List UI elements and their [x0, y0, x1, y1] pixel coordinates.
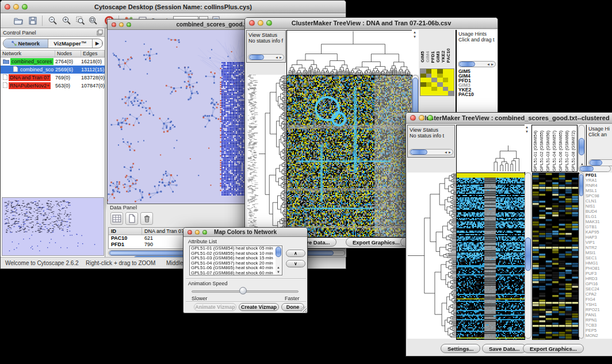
gene-label: CLN1 — [586, 198, 607, 204]
heatmap-cell — [448, 87, 454, 91]
heatmap-cell — [420, 91, 426, 95]
detail-column-label: PAC10 — [446, 48, 451, 63]
genelist-vscrollbar[interactable] — [579, 173, 584, 339]
file-icon — [13, 66, 18, 73]
attribute-grid-icon[interactable] — [110, 212, 123, 225]
attribute-list[interactable]: GPL51-01 (GSM854) heat shock 05 minGPL51… — [189, 246, 282, 275]
heatmap-cell — [443, 82, 449, 87]
zoom-button[interactable] — [427, 115, 433, 121]
minimize-button[interactable] — [419, 115, 424, 121]
treeview-button-settings[interactable]: Settings... — [441, 344, 480, 353]
detail-column-labels: GIM5GIM4PFD1GIM3YKE2PAC10 — [420, 31, 454, 63]
heatmap-cell — [443, 74, 449, 78]
folder-icon — [3, 59, 9, 65]
tab-overflow-arrow[interactable]: ▶ — [93, 39, 102, 48]
treeview2-window: ClusterMaker TreeView : combined_scores_… — [406, 112, 612, 357]
spinner-strip: ▲▼ — [412, 30, 419, 75]
animation-speed-slider-thumb[interactable] — [239, 287, 247, 294]
minimize-button[interactable] — [13, 4, 19, 10]
gene-label: NTR2 — [586, 245, 607, 250]
network-row[interactable]: combined_scores2764(0)16218(0) — [1, 58, 105, 66]
column-dendrogram[interactable] — [456, 125, 525, 173]
heatmap-cell — [448, 69, 454, 74]
network-row[interactable]: RNAPuberNov2+563(0)107847(0) — [1, 82, 105, 90]
detail-column-label: GPL51-03 (GSM856) — [545, 131, 551, 171]
zoom-out-icon[interactable] — [48, 16, 58, 26]
close-button[interactable] — [112, 22, 116, 27]
treeview-button-export-graphics[interactable]: Export Graphics... — [523, 344, 584, 353]
view-status-hscrollbar[interactable]: ◄► — [248, 54, 284, 60]
treeview-button-export-graphics[interactable]: Export Graphics... — [346, 237, 407, 247]
zoom-button[interactable] — [22, 4, 28, 10]
gene-label: HAP3 — [586, 235, 607, 240]
network-nodes: 563(0) — [55, 83, 81, 89]
zoom-button[interactable] — [127, 22, 131, 27]
detail-heatmap[interactable] — [532, 173, 579, 340]
zoom-in-icon[interactable] — [62, 16, 72, 26]
birdseye-view[interactable] — [2, 197, 104, 256]
network-row[interactable]: combined_sco2569(6)13112(15) — [1, 66, 105, 74]
tab-network[interactable]: Network — [3, 39, 48, 48]
zoom-button[interactable] — [202, 230, 207, 235]
global-heatmap[interactable] — [286, 75, 412, 237]
treeview2-titlebar[interactable]: ClusterMaker TreeView : combined_scores_… — [406, 113, 612, 124]
minimize-button[interactable] — [195, 230, 200, 235]
genelist-hscrollbar[interactable] — [579, 166, 611, 172]
close-button[interactable] — [249, 20, 255, 26]
network-row[interactable]: DNA and Tran 07769(0)183728(0) — [1, 74, 105, 82]
move-down-button[interactable]: ∨ — [286, 260, 305, 267]
control-panel-tabs: Network VizMapper™ ▶ — [3, 39, 103, 48]
resize-grip[interactable] — [301, 306, 307, 312]
float-panel-icon[interactable] — [97, 29, 103, 37]
control-panel-title: Control Panel — [3, 29, 36, 36]
attribute-item[interactable]: GPL51-07 (GSM868) heat shock 60 min — [190, 271, 282, 275]
dialog-button-animate-vizmap[interactable]: Animate Vizmap — [194, 303, 236, 311]
new-page-icon[interactable] — [125, 212, 138, 225]
gene-label: GTB1 — [586, 224, 607, 229]
trash-icon[interactable] — [140, 212, 153, 225]
zoom-fit-icon[interactable] — [88, 16, 98, 26]
zoom-button[interactable] — [266, 20, 272, 26]
minimize-button[interactable] — [258, 20, 263, 26]
row-dendrogram[interactable] — [407, 173, 456, 339]
file-icon — [3, 74, 7, 81]
heatmap-cell — [437, 78, 443, 82]
close-button[interactable] — [5, 4, 10, 10]
heatmap-vscrollbar[interactable] — [525, 173, 531, 339]
gene-label: RPN1 — [586, 317, 607, 323]
dialog-button-create-vizmap[interactable]: Create Vizmap — [239, 303, 279, 311]
gene-label-list: PFD1YRA1RNR4MSL1SPC98CLN1NIS1BUD4ELG1MAK… — [586, 173, 607, 339]
open-folder-icon[interactable] — [13, 16, 24, 26]
close-button[interactable] — [410, 115, 416, 121]
hints-hscrollbar[interactable]: ◄► — [458, 61, 496, 67]
main-titlebar[interactable]: Cytoscape Desktop (Session Name: collins… — [1, 1, 346, 13]
treeview-button-save-data[interactable]: Save Data... — [482, 344, 526, 353]
heatmap-cell — [448, 78, 454, 82]
gene-label: PAC10 — [458, 92, 496, 97]
labels-vscrollbar[interactable]: ▲▼ — [578, 125, 585, 172]
global-heatmap[interactable] — [456, 173, 525, 340]
treeview1-titlebar[interactable]: ClusterMaker TreeView : DNA and Tran 07-… — [245, 18, 498, 29]
network-tab-icon — [12, 41, 17, 46]
status-welcome: Welcome to Cytoscape 2.6.2 — [5, 260, 79, 266]
row-dendrogram[interactable] — [258, 75, 286, 236]
heatmap-cell — [437, 69, 443, 74]
attribute-list-scrollbar[interactable]: ▲▼ — [276, 246, 281, 275]
slower-label: Slower — [192, 296, 208, 301]
minimize-button[interactable] — [119, 22, 124, 27]
move-up-button[interactable]: ∧ — [286, 250, 305, 257]
dialog-titlebar[interactable]: Map Colors to Network — [183, 228, 307, 237]
detail-heatmap-grid[interactable] — [420, 68, 454, 96]
save-icon[interactable] — [28, 16, 38, 26]
tab-vizmapper[interactable]: VizMapper™ — [48, 39, 93, 48]
gene-label: TCB3 — [586, 323, 607, 328]
detail-column-label: PFD1 — [430, 51, 435, 63]
network-name-cell: RNAPuberNov2+ — [1, 82, 55, 89]
network-table-header: Network Nodes Edges — [1, 50, 105, 58]
column-dendrogram[interactable] — [286, 30, 412, 76]
zoom-selected-icon[interactable] — [75, 16, 86, 26]
detail-column-label: GIM4 — [425, 51, 430, 63]
gene-label: FIG4 — [586, 297, 607, 302]
close-button[interactable] — [188, 230, 192, 235]
view-status-hscrollbar[interactable]: ◄► — [409, 149, 453, 155]
